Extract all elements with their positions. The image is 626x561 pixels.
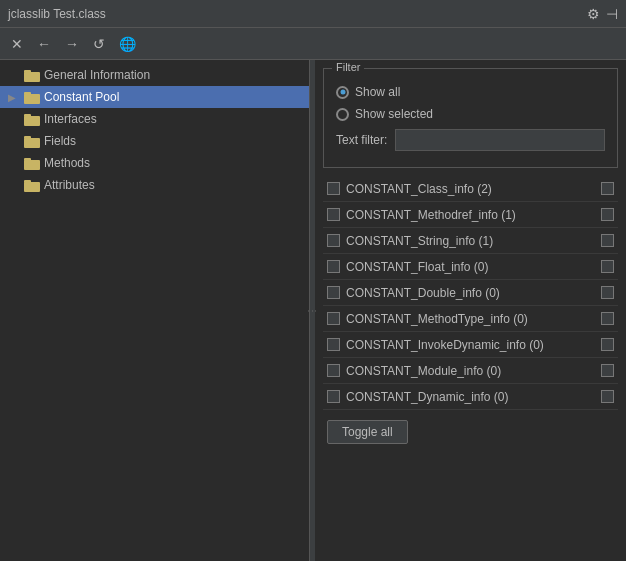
checkbox-label-invokedynamic-info: CONSTANT_InvokeDynamic_info (0) xyxy=(346,338,595,352)
checkbox-invokedynamic-info[interactable] xyxy=(327,338,340,351)
checkbox-right-double-info[interactable] xyxy=(601,286,614,299)
svg-rect-4 xyxy=(24,116,40,126)
text-filter-label: Text filter: xyxy=(336,133,387,147)
checkbox-label-methodtype-info: CONSTANT_MethodType_info (0) xyxy=(346,312,595,326)
title-bar-right: ⚙ ⊣ xyxy=(587,6,618,22)
checkbox-row-class-info: CONSTANT_Class_info (2) xyxy=(323,176,618,202)
svg-rect-2 xyxy=(24,94,40,104)
folder-icon-general-info xyxy=(24,69,40,82)
tree-item-attributes[interactable]: Attributes xyxy=(0,174,309,196)
tree-label-attributes: Attributes xyxy=(44,178,95,192)
checkbox-string-info[interactable] xyxy=(327,234,340,247)
main-layout: General Information ▶ Constant Pool Inte… xyxy=(0,60,626,561)
gear-icon[interactable]: ⚙ xyxy=(587,6,600,22)
folder-icon-fields xyxy=(24,135,40,148)
checkbox-row-double-info: CONSTANT_Double_info (0) xyxy=(323,280,618,306)
checkbox-methodtype-info[interactable] xyxy=(327,312,340,325)
close-button[interactable]: ✕ xyxy=(6,33,28,55)
show-selected-radio[interactable] xyxy=(336,108,349,121)
checkbox-right-string-info[interactable] xyxy=(601,234,614,247)
svg-rect-5 xyxy=(24,114,31,117)
panel-splitter[interactable]: ⋮ xyxy=(310,60,315,561)
tree-label-general-info: General Information xyxy=(44,68,150,82)
tree-item-fields[interactable]: Fields xyxy=(0,130,309,152)
checkbox-right-float-info[interactable] xyxy=(601,260,614,273)
pin-icon[interactable]: ⊣ xyxy=(606,6,618,22)
tree-item-interfaces[interactable]: Interfaces xyxy=(0,108,309,130)
checkbox-double-info[interactable] xyxy=(327,286,340,299)
toolbar: ✕ ← → ↺ 🌐 xyxy=(0,28,626,60)
tree-arrow-constant-pool: ▶ xyxy=(8,92,20,103)
checkbox-right-class-info[interactable] xyxy=(601,182,614,195)
checkbox-right-module-info[interactable] xyxy=(601,364,614,377)
tree-label-constant-pool: Constant Pool xyxy=(44,90,119,104)
tree-label-fields: Fields xyxy=(44,134,76,148)
checkbox-row-string-info: CONSTANT_String_info (1) xyxy=(323,228,618,254)
window-title: jclasslib Test.class xyxy=(8,7,106,21)
tree-label-methods: Methods xyxy=(44,156,90,170)
checkbox-row-methodref-info: CONSTANT_Methodref_info (1) xyxy=(323,202,618,228)
show-selected-label: Show selected xyxy=(355,107,433,121)
svg-rect-7 xyxy=(24,136,31,139)
show-all-label: Show all xyxy=(355,85,400,99)
folder-icon-constant-pool xyxy=(24,91,40,104)
forward-button[interactable]: → xyxy=(60,33,84,55)
checkbox-label-double-info: CONSTANT_Double_info (0) xyxy=(346,286,595,300)
checkbox-class-info[interactable] xyxy=(327,182,340,195)
checkbox-module-info[interactable] xyxy=(327,364,340,377)
checkbox-label-class-info: CONSTANT_Class_info (2) xyxy=(346,182,595,196)
right-panel: Filter Show all Show selected Text filte… xyxy=(315,60,626,561)
checkbox-methodref-info[interactable] xyxy=(327,208,340,221)
checkbox-right-methodtype-info[interactable] xyxy=(601,312,614,325)
svg-rect-3 xyxy=(24,92,31,95)
checkbox-label-methodref-info: CONSTANT_Methodref_info (1) xyxy=(346,208,595,222)
checkbox-dynamic-info[interactable] xyxy=(327,390,340,403)
tree-item-methods[interactable]: Methods xyxy=(0,152,309,174)
tree-item-general-info[interactable]: General Information xyxy=(0,64,309,86)
svg-rect-8 xyxy=(24,160,40,170)
checkbox-list: CONSTANT_Class_info (2) CONSTANT_Methodr… xyxy=(323,176,618,410)
folder-icon-attributes xyxy=(24,179,40,192)
show-all-row: Show all xyxy=(336,85,605,99)
checkbox-label-module-info: CONSTANT_Module_info (0) xyxy=(346,364,595,378)
checkbox-row-module-info: CONSTANT_Module_info (0) xyxy=(323,358,618,384)
toggle-all-button[interactable]: Toggle all xyxy=(327,420,408,444)
splitter-handle: ⋮ xyxy=(307,306,318,315)
filter-group: Filter Show all Show selected Text filte… xyxy=(323,68,618,168)
text-filter-row: Text filter: xyxy=(336,129,605,151)
checkbox-right-invokedynamic-info[interactable] xyxy=(601,338,614,351)
checkbox-row-float-info: CONSTANT_Float_info (0) xyxy=(323,254,618,280)
checkbox-row-invokedynamic-info: CONSTANT_InvokeDynamic_info (0) xyxy=(323,332,618,358)
checkbox-label-dynamic-info: CONSTANT_Dynamic_info (0) xyxy=(346,390,595,404)
show-selected-row: Show selected xyxy=(336,107,605,121)
svg-rect-0 xyxy=(24,72,40,82)
tree-item-constant-pool[interactable]: ▶ Constant Pool xyxy=(0,86,309,108)
filter-group-label: Filter xyxy=(332,61,364,73)
svg-rect-9 xyxy=(24,158,31,161)
checkbox-right-dynamic-info[interactable] xyxy=(601,390,614,403)
left-panel: General Information ▶ Constant Pool Inte… xyxy=(0,60,310,561)
checkbox-label-string-info: CONSTANT_String_info (1) xyxy=(346,234,595,248)
refresh-button[interactable]: ↺ xyxy=(88,33,110,55)
svg-rect-11 xyxy=(24,180,31,183)
back-button[interactable]: ← xyxy=(32,33,56,55)
svg-rect-6 xyxy=(24,138,40,148)
checkbox-right-methodref-info[interactable] xyxy=(601,208,614,221)
show-all-radio[interactable] xyxy=(336,86,349,99)
checkbox-row-methodtype-info: CONSTANT_MethodType_info (0) xyxy=(323,306,618,332)
folder-icon-methods xyxy=(24,157,40,170)
folder-icon-interfaces xyxy=(24,113,40,126)
checkbox-row-dynamic-info: CONSTANT_Dynamic_info (0) xyxy=(323,384,618,410)
checkbox-label-float-info: CONSTANT_Float_info (0) xyxy=(346,260,595,274)
title-bar-left: jclasslib Test.class xyxy=(8,7,106,21)
svg-rect-10 xyxy=(24,182,40,192)
title-bar: jclasslib Test.class ⚙ ⊣ xyxy=(0,0,626,28)
svg-rect-1 xyxy=(24,70,31,73)
globe-button[interactable]: 🌐 xyxy=(114,33,141,55)
text-filter-input[interactable] xyxy=(395,129,605,151)
checkbox-float-info[interactable] xyxy=(327,260,340,273)
tree-label-interfaces: Interfaces xyxy=(44,112,97,126)
